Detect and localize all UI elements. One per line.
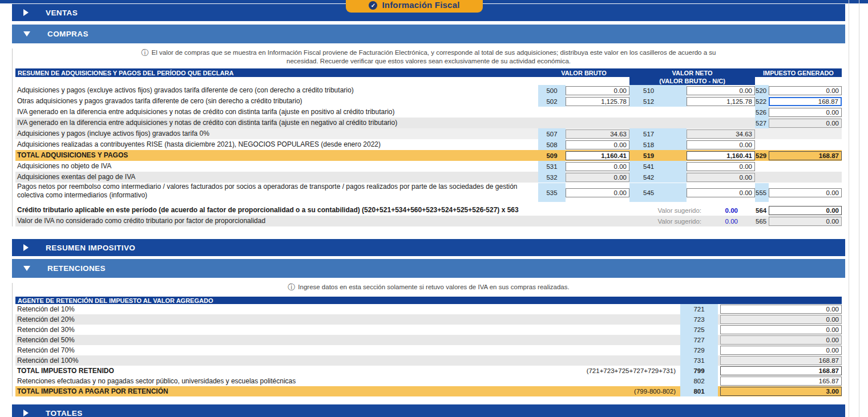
chevron-right-icon	[23, 9, 29, 16]
scrollbar-track[interactable]	[859, 0, 859, 417]
field-code-555: 555	[755, 183, 769, 202]
retenciones-table-header: AGENTE DE RETENCIÓN DEL IMPUESTO AL VALO…	[15, 297, 842, 304]
input-555[interactable]: 0.00	[769, 188, 842, 197]
field-code-542: 542	[629, 172, 687, 183]
row-label: Adquisiciones y pagos (excluye activos f…	[15, 86, 538, 95]
table-row: Retención del 20%7230.00	[15, 314, 842, 325]
row-label: Otras adquisiciones y pagos gravados tar…	[15, 97, 538, 106]
row-label: Pagos netos por reembolso como intermedi…	[15, 183, 538, 200]
field-value	[566, 108, 629, 117]
field-code-723: 723	[680, 314, 718, 325]
table-row: IVA generado en la diferencia entre adqu…	[15, 107, 842, 118]
input-522[interactable]: 168.87	[769, 97, 842, 106]
section-header-retenciones[interactable]: RETENCIONES	[12, 259, 845, 278]
row-label: Retención del 20%	[15, 315, 680, 324]
field-code-535: 535	[538, 183, 566, 202]
field-code-731: 731	[680, 355, 718, 366]
informacion-fiscal-label: Información Fiscal	[382, 0, 459, 10]
field-code	[538, 107, 566, 118]
input-725[interactable]: 0.00	[720, 325, 842, 334]
compras-info-text: El valor de compras que se muestra en In…	[152, 49, 716, 64]
row-formula: (721+723+725+727+729+731)	[587, 367, 676, 374]
table-row: Retención del 10%7210.00	[15, 304, 842, 314]
suggested-label: Valor sugerido:	[658, 207, 702, 214]
input-535[interactable]: 0.00	[566, 188, 629, 197]
input-531[interactable]: 0.00	[566, 162, 629, 171]
field-code-500: 500	[538, 85, 566, 96]
section-header-compras[interactable]: COMPRAS	[12, 25, 845, 43]
table-row: Adquisiciones realizadas a contribuyente…	[15, 139, 842, 150]
row-label: TOTAL ADQUISICIONES Y PAGOS	[15, 151, 538, 160]
field-code	[755, 172, 769, 183]
table-row: Retención del 30%7250.00	[15, 325, 842, 335]
suggested-value-box: Valor sugerido:0.00	[538, 218, 755, 225]
input-526[interactable]: 0.00	[769, 108, 842, 117]
value-cell: 5180.00	[629, 139, 755, 150]
retenciones-panel: ⓘIngrese datos en esta sección solamente…	[12, 283, 845, 396]
input-518[interactable]: 0.00	[687, 140, 755, 149]
field-code-725: 725	[680, 325, 718, 335]
input-512[interactable]: 1,125.78	[687, 97, 755, 106]
field-value	[769, 129, 842, 139]
section-title-ventas: VENTAS	[46, 9, 78, 17]
input-500[interactable]: 0.00	[566, 86, 629, 95]
input-802[interactable]: 165.87	[720, 376, 842, 386]
suggested-label: Valor sugerido:	[658, 218, 702, 225]
value-cell: 5191,160.41	[629, 150, 755, 161]
value-cell	[755, 172, 842, 183]
value-cell: 5310.00	[538, 161, 629, 172]
section-title-compras: COMPRAS	[47, 30, 88, 38]
input-723: 0.00	[720, 315, 842, 324]
value-cell: 5021,125.78	[538, 96, 629, 107]
iva-declaration-form: ✓ Información Fiscal VENTAS COMPRAS ⓘEl …	[0, 0, 868, 417]
chevron-down-icon	[23, 266, 30, 271]
field-code-508: 508	[538, 139, 566, 150]
chevron-right-icon	[23, 410, 29, 416]
info-icon: ⓘ	[288, 283, 295, 292]
input-729[interactable]: 0.00	[720, 346, 842, 355]
row-label: IVA generado en la diferencia entre adqu…	[15, 108, 538, 116]
row-label: Retención del 50%	[15, 336, 680, 345]
field-value	[769, 162, 842, 171]
input-520[interactable]: 0.00	[769, 86, 842, 95]
value-cell: 50734.63	[538, 128, 629, 139]
section-title-totales: TOTALES	[46, 409, 83, 417]
value-cell	[629, 107, 755, 118]
field-code-502: 502	[538, 96, 566, 107]
input-545[interactable]: 0.00	[687, 188, 755, 197]
field-code	[538, 118, 566, 128]
section-header-totales[interactable]: TOTALES	[12, 404, 845, 417]
input-517: 34.63	[687, 129, 755, 139]
suggested-value-box: Valor sugerido:0.00	[538, 207, 755, 214]
input-510[interactable]: 0.00	[687, 86, 755, 95]
row-label: Crédito tributario aplicable en este per…	[15, 206, 538, 214]
total-row: TOTAL ADQUISICIONES Y PAGOS5091,160.4151…	[15, 150, 842, 161]
table-row: TOTAL IMPUESTO RETENIDO(721+723+725+727+…	[15, 366, 842, 376]
field-code-527: 527	[755, 118, 769, 128]
suggested-value: 0.00	[715, 207, 738, 214]
input-502[interactable]: 1,125.78	[566, 97, 629, 106]
credit-row: Valor de IVA no considerado como crédito…	[15, 216, 842, 226]
table-row: Adquisiciones exentas del pago de IVA532…	[15, 172, 842, 183]
field-code-532: 532	[538, 172, 566, 183]
field-code-564: 564	[755, 205, 769, 216]
field-code	[755, 139, 769, 150]
input-508[interactable]: 0.00	[566, 140, 629, 149]
row-label: Retención del 30%	[15, 326, 680, 334]
table-row: Adquisiciones y pagos (incluye activos f…	[15, 128, 842, 139]
row-label: Retención del 100%	[15, 357, 680, 365]
row-label: Retención del 10%	[15, 305, 680, 314]
table-row: Retención del 70%7290.00	[15, 345, 842, 355]
field-code-509: 509	[538, 150, 566, 161]
field-code-510: 510	[629, 85, 687, 96]
row-label: Retenciones efectuadas y no pagadas sect…	[15, 377, 680, 386]
field-code-531: 531	[538, 161, 566, 172]
row-label: Adquisiciones y pagos (incluye activos f…	[15, 129, 538, 138]
section-header-resumen-impositivo[interactable]: RESUMEN IMPOSITIVO	[12, 239, 845, 256]
input-541[interactable]: 0.00	[687, 162, 755, 171]
input-564[interactable]: 0.00	[769, 206, 842, 215]
input-721[interactable]: 0.00	[720, 305, 842, 314]
informacion-fiscal-button[interactable]: ✓ Información Fiscal	[346, 0, 483, 13]
field-code-517: 517	[629, 128, 687, 139]
value-cell: 5420.00	[629, 172, 755, 183]
